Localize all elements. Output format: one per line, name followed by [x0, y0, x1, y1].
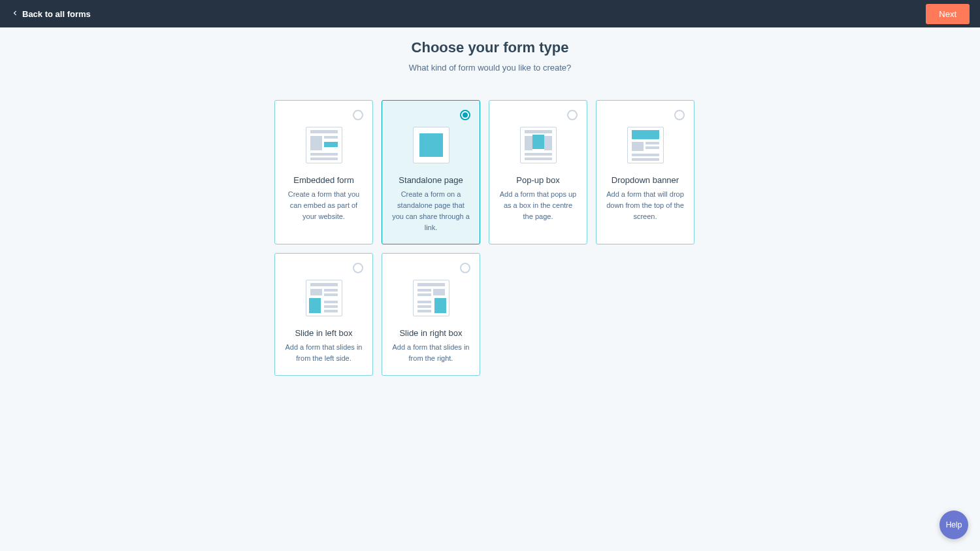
card-title: Embedded form [282, 175, 366, 185]
radio-icon [674, 110, 685, 120]
help-label: Help [946, 520, 962, 529]
thumbnail-popup-icon [520, 127, 557, 163]
radio-icon [567, 110, 578, 120]
form-type-grid: Embedded form Create a form that you can… [274, 100, 706, 376]
card-description: Create a form on a standalone page that … [389, 189, 473, 233]
thumbnail-standalone-icon [413, 127, 449, 163]
radio-icon [353, 263, 363, 273]
card-description: Create a form that you can embed as part… [282, 189, 366, 222]
card-title: Standalone page [389, 175, 473, 185]
back-label: Back to all forms [22, 9, 91, 19]
page-content: Choose your form type What kind of form … [0, 27, 980, 376]
thumbnail-slide-left-icon [306, 280, 342, 316]
option-slide-left[interactable]: Slide in left box Add a form that slides… [274, 253, 373, 376]
card-description: Add a form that slides in from the right… [389, 342, 473, 364]
card-title: Slide in right box [389, 328, 473, 338]
option-popup-box[interactable]: Pop-up box Add a form that pops up as a … [489, 100, 587, 244]
back-to-forms-link[interactable]: Back to all forms [7, 6, 95, 22]
card-title: Dropdown banner [603, 175, 687, 185]
chevron-left-icon [10, 8, 20, 20]
card-description: Add a form that pops up as a box in the … [496, 189, 580, 222]
card-title: Slide in left box [282, 328, 366, 338]
help-button[interactable]: Help [939, 510, 968, 539]
card-title: Pop-up box [496, 175, 580, 185]
thumbnail-slide-right-icon [413, 280, 449, 316]
option-slide-right[interactable]: Slide in right box Add a form that slide… [382, 253, 480, 376]
thumbnail-embedded-icon [306, 127, 342, 163]
card-description: Add a form that will drop down from the … [603, 189, 687, 222]
page-title: Choose your form type [0, 39, 980, 56]
page-subtitle: What kind of form would you like to crea… [0, 63, 980, 73]
radio-icon [460, 110, 470, 120]
next-button[interactable]: Next [926, 4, 970, 24]
radio-icon [460, 263, 470, 273]
option-standalone-page[interactable]: Standalone page Create a form on a stand… [382, 100, 480, 244]
option-embedded-form[interactable]: Embedded form Create a form that you can… [274, 100, 373, 244]
thumbnail-dropdown-icon [627, 127, 664, 163]
radio-icon [353, 110, 363, 120]
top-bar: Back to all forms Next [0, 0, 980, 27]
option-dropdown-banner[interactable]: Dropdown banner Add a form that will dro… [596, 100, 694, 244]
card-description: Add a form that slides in from the left … [282, 342, 366, 364]
